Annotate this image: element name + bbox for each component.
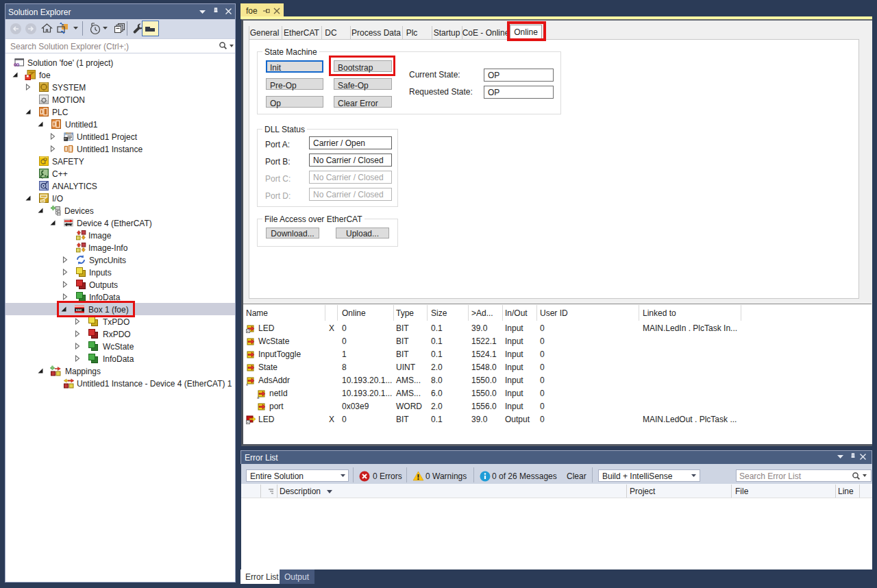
svg-text:s: s — [246, 382, 248, 387]
svg-text:PLC: PLC — [66, 132, 72, 135]
svg-text:∞: ∞ — [14, 60, 20, 69]
